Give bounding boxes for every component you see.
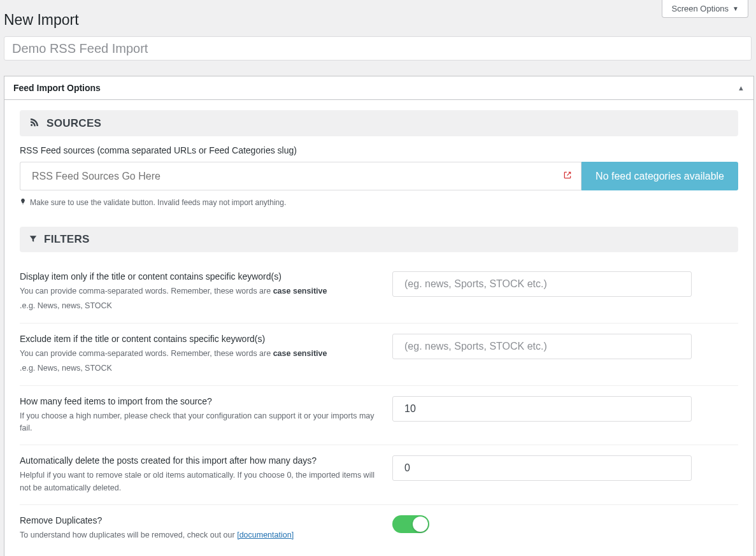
import-count-desc: If you choose a high number, please chec… [20, 410, 380, 435]
include-keywords-title: Display item only if the title or conten… [20, 271, 380, 282]
postbox-title: Feed Import Options [13, 83, 101, 93]
validate-feed-button[interactable] [553, 162, 581, 190]
remove-duplicates-row: Remove Duplicates? To understand how dup… [20, 505, 738, 552]
exclude-keywords-desc: You can provide comma-separated words. R… [20, 348, 380, 375]
auto-delete-desc: Helpful if you want to remove stale or o… [20, 469, 380, 494]
auto-delete-input[interactable] [392, 455, 692, 481]
filters-section-label: FILTERS [44, 233, 90, 246]
rss-sources-input[interactable] [20, 162, 553, 190]
exclude-keywords-input[interactable] [392, 334, 692, 359]
lightbulb-icon [20, 197, 26, 208]
documentation-link[interactable]: [documentation] [237, 531, 294, 539]
toggle-knob [413, 517, 428, 532]
filter-icon [29, 234, 38, 245]
no-feed-categories-button[interactable]: No feed categories available [581, 162, 738, 190]
filters-section-header: FILTERS [20, 227, 738, 252]
sources-field-label: RSS Feed sources (comma separated URLs o… [20, 145, 738, 155]
feed-import-options-panel: Feed Import Options ▲ SOURCES RSS Feed s… [4, 76, 754, 556]
triangle-down-icon: ▼ [732, 5, 739, 12]
import-title-input[interactable] [4, 36, 752, 61]
include-keywords-desc: You can provide comma-separated words. R… [20, 285, 380, 313]
import-count-row: How many feed items to import from the s… [20, 386, 738, 446]
sources-section-label: SOURCES [46, 117, 101, 130]
external-link-icon [563, 171, 572, 182]
remove-duplicates-title: Remove Duplicates? [20, 515, 380, 525]
exclude-keywords-row: Exclude item if the title or content con… [20, 324, 738, 386]
screen-options-button[interactable]: Screen Options ▼ [662, 0, 748, 18]
remove-duplicates-desc: To understand how duplicates will be rem… [20, 529, 380, 541]
sources-hint: Make sure to use the validate button. In… [20, 197, 738, 208]
auto-delete-row: Automatically delete the posts created f… [20, 445, 738, 505]
screen-options-label: Screen Options [671, 4, 729, 13]
remove-duplicates-toggle[interactable] [392, 515, 429, 533]
import-count-title: How many feed items to import from the s… [20, 396, 380, 406]
page-title: New Import [0, 0, 756, 36]
triangle-up-icon: ▲ [738, 84, 745, 92]
sources-section-header: SOURCES [20, 110, 738, 136]
include-keywords-row: Display item only if the title or conten… [20, 261, 738, 324]
import-count-input[interactable] [392, 396, 692, 422]
postbox-header[interactable]: Feed Import Options ▲ [4, 76, 753, 100]
rss-icon [29, 117, 40, 130]
include-keywords-input[interactable] [392, 271, 692, 297]
auto-delete-title: Automatically delete the posts created f… [20, 455, 380, 466]
exclude-keywords-title: Exclude item if the title or content con… [20, 334, 380, 344]
